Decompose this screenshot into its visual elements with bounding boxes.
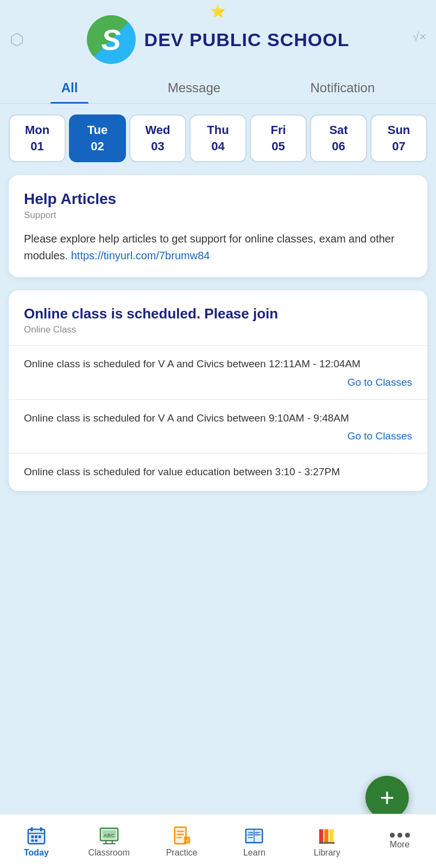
svg-rect-6 bbox=[35, 835, 37, 838]
svg-rect-33 bbox=[324, 829, 328, 844]
online-card-title: Online class is scheduled. Please join bbox=[24, 305, 412, 322]
day-mon[interactable]: Mon 01 bbox=[9, 114, 66, 162]
svg-rect-35 bbox=[319, 842, 335, 844]
cube-icon: ⬡ bbox=[10, 30, 24, 49]
day-tue[interactable]: Tue 02 bbox=[69, 114, 126, 162]
help-card-link[interactable]: https://tinyurl.com/7brumw84 bbox=[71, 250, 210, 261]
svg-rect-3 bbox=[30, 827, 33, 831]
online-card-header: Online class is scheduled. Please join O… bbox=[9, 305, 427, 345]
nav-more[interactable]: More bbox=[363, 828, 436, 854]
online-class-card: Online class is scheduled. Please join O… bbox=[9, 290, 427, 491]
nav-learn-label: Learn bbox=[243, 848, 266, 858]
classroom-icon: ABC bbox=[99, 825, 119, 846]
nav-classroom-label: Classroom bbox=[89, 848, 130, 858]
nav-library[interactable]: Library bbox=[290, 821, 363, 862]
bottom-nav: Today ABC Classroom ✓ Practice bbox=[0, 814, 436, 868]
day-thu[interactable]: Thu 04 bbox=[189, 114, 247, 162]
formula-icon: √× bbox=[413, 30, 426, 44]
go-to-classes-2[interactable]: Go to Classes bbox=[24, 430, 412, 446]
svg-rect-4 bbox=[40, 827, 42, 831]
help-articles-card: Help Articles Support Please explore hel… bbox=[9, 175, 427, 277]
help-card-body: Please explore help articles to get supp… bbox=[24, 231, 412, 264]
tab-notification[interactable]: Notification bbox=[300, 73, 386, 103]
class-desc-1: Online class is scheduled for V A and Ci… bbox=[24, 356, 412, 372]
logo-letter: S bbox=[102, 25, 121, 54]
library-icon bbox=[317, 825, 337, 846]
day-wed[interactable]: Wed 03 bbox=[129, 114, 186, 162]
nav-practice[interactable]: ✓ Practice bbox=[146, 821, 218, 862]
nav-classroom[interactable]: ABC Classroom bbox=[73, 821, 146, 862]
go-to-classes-1[interactable]: Go to Classes bbox=[24, 376, 412, 393]
nav-library-label: Library bbox=[314, 848, 340, 858]
svg-rect-7 bbox=[39, 835, 41, 838]
header: ⬡ ⭐ S DEV PUBLIC SCHOOL √× bbox=[0, 0, 436, 73]
nav-today[interactable]: Today bbox=[0, 821, 73, 862]
star-icon: ⭐ bbox=[211, 4, 225, 18]
svg-rect-8 bbox=[31, 839, 34, 841]
day-sat[interactable]: Sat 06 bbox=[310, 114, 367, 162]
day-fri[interactable]: Fri 05 bbox=[250, 114, 307, 162]
svg-rect-9 bbox=[35, 839, 37, 841]
day-picker: Mon 01 Tue 02 Wed 03 Thu 04 Fri 05 Sat 0… bbox=[0, 114, 436, 162]
class-item-2: Online class is scheduled for V A and Ci… bbox=[9, 399, 427, 454]
learn-icon bbox=[244, 825, 264, 846]
school-logo: S bbox=[87, 15, 136, 64]
more-dots-icon bbox=[390, 833, 410, 838]
today-icon bbox=[26, 825, 47, 846]
svg-rect-32 bbox=[319, 829, 324, 844]
svg-rect-5 bbox=[31, 835, 34, 838]
nav-today-label: Today bbox=[24, 848, 49, 858]
class-item-3: Online class is scheduled for value educ… bbox=[9, 453, 427, 491]
plus-icon: + bbox=[380, 785, 395, 810]
day-sun[interactable]: Sun 07 bbox=[370, 114, 427, 162]
help-card-title: Help Articles bbox=[24, 190, 412, 208]
tab-message[interactable]: Message bbox=[157, 73, 231, 103]
fab-add-button[interactable]: + bbox=[365, 776, 409, 819]
class-desc-2: Online class is scheduled for V A and Ci… bbox=[24, 411, 412, 426]
svg-text:ABC: ABC bbox=[103, 832, 115, 838]
practice-icon: ✓ bbox=[172, 825, 192, 846]
online-card-subtitle: Online Class bbox=[24, 324, 412, 335]
tab-all[interactable]: All bbox=[50, 73, 89, 103]
tab-bar: All Message Notification bbox=[0, 73, 436, 104]
nav-practice-label: Practice bbox=[166, 848, 198, 858]
class-desc-3: Online class is scheduled for value educ… bbox=[24, 464, 412, 480]
nav-more-label: More bbox=[390, 840, 409, 850]
class-item-1: Online class is scheduled for V A and Ci… bbox=[9, 345, 427, 399]
help-card-subtitle: Support bbox=[24, 210, 412, 221]
school-name: DEV PUBLIC SCHOOL bbox=[144, 29, 350, 50]
svg-rect-34 bbox=[330, 829, 334, 844]
nav-learn[interactable]: Learn bbox=[218, 821, 290, 862]
svg-text:✓: ✓ bbox=[185, 838, 189, 843]
